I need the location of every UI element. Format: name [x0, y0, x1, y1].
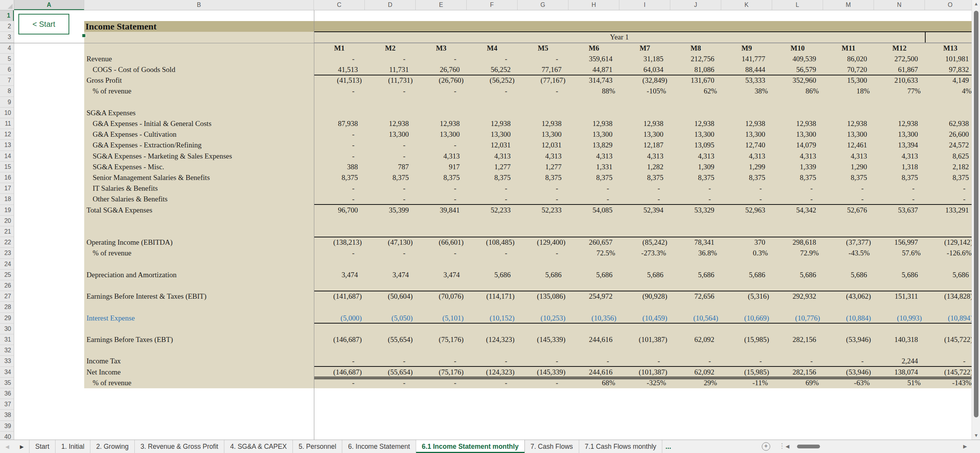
year-band-label[interactable]: Year 1: [314, 32, 925, 43]
column-header-b[interactable]: B: [84, 0, 314, 10]
data-cell[interactable]: (75,176): [416, 367, 467, 378]
data-cell[interactable]: 8,375: [518, 172, 568, 183]
data-cell[interactable]: 1,331: [568, 162, 619, 172]
data-cell[interactable]: 18%: [823, 86, 874, 96]
data-cell[interactable]: 101,981: [925, 54, 972, 64]
data-cell[interactable]: (90,928): [619, 291, 670, 302]
data-cell[interactable]: 4,313: [670, 151, 721, 162]
data-cell[interactable]: -: [365, 151, 416, 162]
data-cell[interactable]: -: [518, 86, 568, 96]
column-header-o[interactable]: O: [925, 0, 972, 10]
row-label[interactable]: Other Salaries & Benefits: [93, 194, 168, 204]
data-cell[interactable]: (5,000): [314, 313, 365, 324]
data-cell[interactable]: (146,687): [314, 334, 365, 345]
data-cell[interactable]: -: [416, 356, 467, 366]
row-header-13[interactable]: 13: [0, 140, 14, 150]
data-cell[interactable]: 138,074: [874, 367, 925, 378]
sheet-tab-6-income-statement[interactable]: 6. Income Statement: [342, 440, 416, 453]
data-cell[interactable]: (10,253): [518, 313, 568, 324]
sheet-tab-4-sg-a-capex[interactable]: 4. SG&A & CAPEX: [224, 440, 293, 453]
data-cell[interactable]: 292,932: [772, 291, 823, 302]
row-header-16[interactable]: 16: [0, 172, 14, 183]
data-cell[interactable]: 13,300: [568, 129, 619, 140]
month-header-m4[interactable]: M4: [467, 43, 518, 54]
data-cell[interactable]: -: [314, 356, 365, 366]
data-cell[interactable]: 41,513: [314, 64, 365, 75]
data-cell[interactable]: (124,323): [467, 367, 518, 378]
data-cell[interactable]: (26,760): [416, 75, 467, 86]
row-header-11[interactable]: 11: [0, 118, 14, 129]
sheet-tab-5-personnel[interactable]: 5. Personnel: [293, 440, 342, 453]
data-cell[interactable]: 4,149: [925, 75, 972, 86]
data-cell[interactable]: (10,356): [568, 313, 619, 324]
data-cell[interactable]: 12,938: [568, 118, 619, 129]
data-cell[interactable]: 787: [365, 162, 416, 172]
select-all-corner[interactable]: [0, 0, 14, 10]
data-cell[interactable]: -: [365, 140, 416, 150]
horizontal-scrollbar-thumb[interactable]: [797, 445, 820, 448]
row-header-12[interactable]: 12: [0, 129, 14, 140]
data-cell[interactable]: 156,997: [874, 237, 925, 248]
data-cell[interactable]: 1,318: [874, 162, 925, 172]
month-header-m2[interactable]: M2: [365, 43, 416, 54]
data-cell[interactable]: -: [416, 86, 467, 96]
data-cell[interactable]: 68%: [568, 378, 619, 388]
row-header-15[interactable]: 15: [0, 162, 14, 172]
data-cell[interactable]: -: [721, 194, 772, 204]
row-label[interactable]: Revenue: [87, 54, 112, 64]
data-cell[interactable]: 3,474: [416, 270, 467, 280]
data-cell[interactable]: -: [925, 356, 972, 366]
data-cell[interactable]: -325%: [619, 378, 670, 388]
data-cell[interactable]: -: [467, 183, 518, 194]
sheet-tab-7-1-cash-flows-monthly[interactable]: 7.1 Cash Flows monthly: [579, 440, 663, 453]
data-cell[interactable]: 2,244: [874, 356, 925, 366]
data-cell[interactable]: 12,938: [874, 118, 925, 129]
data-cell[interactable]: 54,085: [568, 205, 619, 216]
data-cell[interactable]: (55,654): [365, 367, 416, 378]
data-cell[interactable]: -: [365, 183, 416, 194]
data-cell[interactable]: 151,311: [874, 291, 925, 302]
data-cell[interactable]: -: [518, 356, 568, 366]
data-cell[interactable]: -: [314, 378, 365, 388]
data-cell[interactable]: 62,938: [925, 118, 972, 129]
row-header-35[interactable]: 35: [0, 378, 14, 388]
data-cell[interactable]: 260,657: [568, 237, 619, 248]
data-cell[interactable]: 56,252: [467, 64, 518, 75]
data-cell[interactable]: -: [619, 356, 670, 366]
data-cell[interactable]: (15,985): [721, 367, 772, 378]
data-cell[interactable]: (41,513): [314, 75, 365, 86]
data-cell[interactable]: -: [518, 248, 568, 258]
data-cell[interactable]: 13,300: [365, 129, 416, 140]
data-cell[interactable]: -: [365, 54, 416, 64]
column-header-m[interactable]: M: [823, 0, 874, 10]
data-cell[interactable]: (138,213): [314, 237, 365, 248]
row-label[interactable]: Gross Profit: [87, 75, 122, 86]
data-cell[interactable]: -: [925, 183, 972, 194]
data-cell[interactable]: 298,618: [772, 237, 823, 248]
row-label[interactable]: SG&A Expenses - Misc.: [93, 162, 164, 172]
row-header-34[interactable]: 34: [0, 367, 14, 378]
row-header-30[interactable]: 30: [0, 324, 14, 334]
column-header-n[interactable]: N: [874, 0, 925, 10]
row-header-32[interactable]: 32: [0, 345, 14, 356]
row-label[interactable]: Interest Expense: [87, 313, 135, 324]
data-cell[interactable]: 38%: [721, 86, 772, 96]
data-cell[interactable]: 26,600: [925, 129, 972, 140]
data-cell[interactable]: -: [416, 183, 467, 194]
data-cell[interactable]: 70,720: [823, 64, 874, 75]
row-label[interactable]: G&A Expenses - Initial & General Costs: [93, 118, 211, 129]
data-cell[interactable]: 31,185: [619, 54, 670, 64]
sheet-tab-7-cash-flows[interactable]: 7. Cash Flows: [525, 440, 579, 453]
data-cell[interactable]: 4%: [925, 86, 972, 96]
data-cell[interactable]: 131,670: [670, 75, 721, 86]
tabbar-resize-handle-icon[interactable]: ⋮: [779, 442, 785, 450]
data-cell[interactable]: -: [568, 356, 619, 366]
data-cell[interactable]: -: [467, 194, 518, 204]
scroll-up-icon[interactable]: ▲: [972, 1, 980, 7]
data-cell[interactable]: 51%: [874, 378, 925, 388]
data-cell[interactable]: 1,339: [772, 162, 823, 172]
scroll-left-icon[interactable]: ◀: [786, 443, 789, 449]
data-cell[interactable]: (50,604): [365, 291, 416, 302]
data-cell[interactable]: (135,086): [518, 291, 568, 302]
row-label[interactable]: % of revenue: [93, 248, 131, 258]
